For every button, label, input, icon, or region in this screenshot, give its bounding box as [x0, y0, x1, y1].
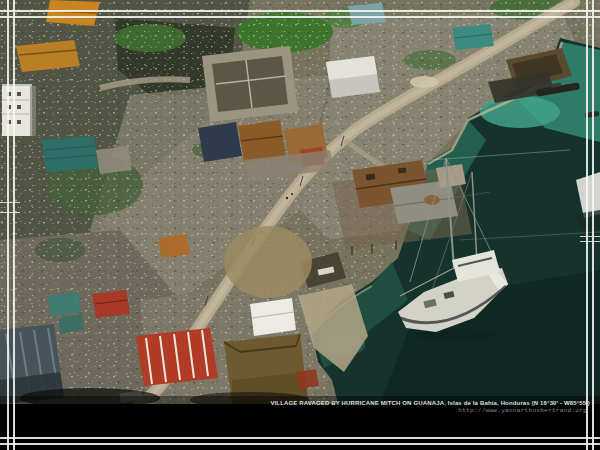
frame-tick-left-upper	[0, 202, 20, 203]
striped-red-roof	[136, 328, 218, 386]
frame-line-right-inner	[586, 0, 588, 450]
aerial-photo	[0, 0, 600, 404]
frame-tick-left-lower	[0, 212, 20, 213]
frame-tick-right-upper	[580, 236, 600, 237]
caption: VILLAGE RAVAGED BY HURRICANE MITCH ON GU…	[270, 400, 590, 414]
frame-line-top-inner	[0, 16, 600, 18]
frame-line-top-outer	[0, 10, 600, 12]
frame-tick-right-lower	[580, 241, 600, 242]
wallpaper-image: VILLAGE RAVAGED BY HURRICANE MITCH ON GU…	[0, 0, 600, 450]
frame-line-right-outer	[592, 0, 594, 450]
teal-building	[42, 136, 98, 172]
navy-roof	[198, 122, 242, 162]
frame-line-bottom-inner	[0, 437, 600, 439]
mud-patch	[224, 226, 312, 298]
frame-line-left-outer	[7, 0, 9, 450]
caption-url: http://www.yannarthusbertrand.org	[270, 407, 590, 414]
frame-line-bottom-outer	[0, 443, 600, 445]
caption-title: VILLAGE RAVAGED BY HURRICANE MITCH ON GU…	[270, 400, 590, 407]
frame-line-left-inner	[13, 0, 15, 450]
